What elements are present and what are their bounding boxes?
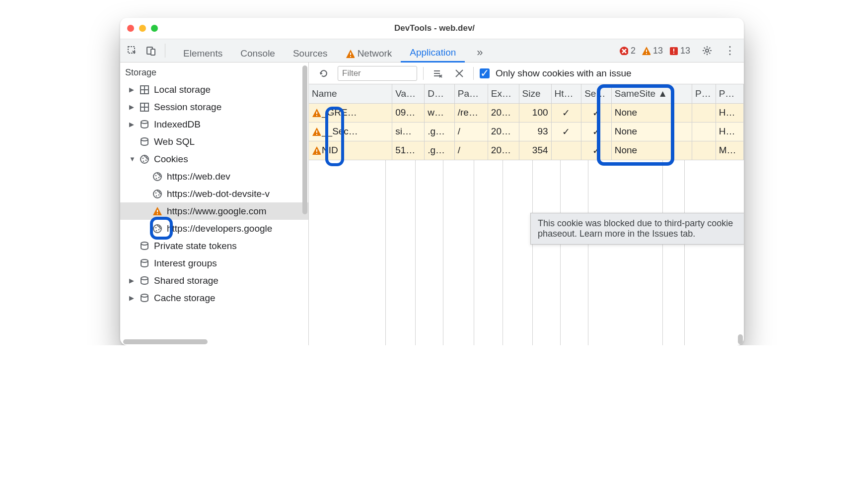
- refresh-button[interactable]: [316, 65, 332, 81]
- issues-icon: [669, 46, 678, 55]
- devtools-window: DevTools - web.dev/ ElementsConsoleSourc…: [120, 18, 744, 345]
- sidebar-scrollbar-v[interactable]: [302, 65, 307, 214]
- cell: ✓: [581, 141, 612, 160]
- cookie-blocked-tooltip: This cookie was blocked due to third-par…: [530, 213, 744, 245]
- cell: [692, 141, 716, 160]
- cell: w…: [425, 103, 455, 122]
- cell: H…: [716, 122, 743, 141]
- panel-tabbar: ElementsConsoleSourcesNetworkApplication…: [120, 39, 744, 63]
- sidebar-item[interactable]: ▶Cache storage: [120, 289, 308, 307]
- column-header[interactable]: Pa…: [454, 84, 488, 103]
- delete-selected-button[interactable]: [451, 65, 467, 81]
- cookie-icon: [152, 171, 163, 182]
- cell: 93: [519, 122, 551, 141]
- grid-icon: [139, 84, 150, 95]
- cookie-icon: [139, 154, 150, 165]
- cell: si…: [392, 122, 425, 141]
- db-icon: [139, 119, 150, 130]
- sidebar-item[interactable]: ▼Cookies: [120, 150, 308, 168]
- column-header[interactable]: Ht…: [551, 84, 581, 103]
- cell: None: [611, 103, 692, 122]
- sidebar-item-label: Session storage: [154, 102, 221, 113]
- clear-all-button[interactable]: [430, 65, 445, 81]
- column-header[interactable]: Size: [519, 84, 551, 103]
- sidebar-item[interactable]: ▶https://web.dev: [120, 168, 308, 185]
- sidebar-item-label: Cookies: [154, 154, 188, 165]
- cell: _GRE…: [309, 103, 392, 122]
- db-icon: [139, 293, 150, 304]
- tab-sources[interactable]: Sources: [284, 39, 337, 63]
- tab-network[interactable]: Network: [337, 39, 401, 63]
- only-issues-checkbox[interactable]: ✓: [480, 68, 490, 78]
- divider: [423, 67, 424, 80]
- sidebar-item-label: https://developers.google: [167, 223, 272, 234]
- warning-icon: [346, 49, 355, 58]
- tab-elements[interactable]: Elements: [174, 39, 231, 63]
- column-header[interactable]: Name: [309, 84, 392, 103]
- inspect-element-icon[interactable]: [124, 43, 140, 59]
- main-split: Storage ▶Local storage▶Session storage▶I…: [120, 63, 744, 345]
- warning-count[interactable]: 13: [640, 46, 665, 56]
- warning-icon: [312, 108, 321, 117]
- sidebar-item[interactable]: ▶Interest groups: [120, 254, 308, 272]
- sidebar-scrollbar-h[interactable]: [123, 339, 208, 344]
- cell: 20…: [488, 141, 519, 160]
- cell: [692, 103, 716, 122]
- filter-input[interactable]: Filter: [338, 66, 417, 81]
- cell: .g…: [425, 122, 455, 141]
- cell: /: [454, 122, 488, 141]
- more-menu-button[interactable]: ⋮: [722, 43, 738, 59]
- settings-button[interactable]: [699, 43, 715, 59]
- cell: /: [454, 141, 488, 160]
- cell: 100: [519, 103, 551, 122]
- error-count[interactable]: 2: [617, 46, 638, 56]
- more-tabs-button[interactable]: »: [468, 39, 492, 63]
- sidebar-item-label: https://web.dev: [167, 171, 230, 182]
- column-header[interactable]: P…: [692, 84, 716, 103]
- db-icon: [139, 258, 150, 269]
- db-icon: [139, 136, 150, 147]
- sidebar-item-label: Local storage: [154, 84, 211, 95]
- cell: 354: [519, 141, 551, 160]
- sidebar-item[interactable]: ▶Web SQL: [120, 133, 308, 150]
- sidebar-item-label: Web SQL: [154, 136, 195, 147]
- column-header[interactable]: Ex…: [488, 84, 519, 103]
- close-icon: [454, 68, 464, 78]
- warning-icon: [312, 146, 321, 155]
- window-title: DevTools - web.dev/: [132, 23, 737, 33]
- table-row[interactable]: __Sec…si….g…/20…93✓✓NoneH…: [309, 122, 744, 141]
- column-header[interactable]: D…: [425, 84, 455, 103]
- sidebar-item[interactable]: ▶Local storage: [120, 81, 308, 98]
- status-counters: 2 13 13: [617, 46, 692, 56]
- table-row[interactable]: NID51….g…/20…354✓NoneM…: [309, 141, 744, 160]
- sidebar-item[interactable]: ▶Session storage: [120, 98, 308, 116]
- sidebar-item[interactable]: ▶IndexedDB: [120, 116, 308, 133]
- sidebar-item[interactable]: ▶https://developers.google: [120, 220, 308, 237]
- cookies-table: NameVa…D…Pa…Ex…SizeHt…Se…SameSite ▲P…P… …: [309, 84, 744, 160]
- sidebar-item[interactable]: ▶https://www.google.com: [120, 202, 308, 220]
- sidebar-item[interactable]: ▶Shared storage: [120, 272, 308, 289]
- column-header[interactable]: P…: [716, 84, 743, 103]
- column-header[interactable]: SameSite ▲: [611, 84, 692, 103]
- cell: None: [611, 122, 692, 141]
- tab-application[interactable]: Application: [401, 39, 465, 63]
- column-header[interactable]: Va…: [392, 84, 425, 103]
- cell: 20…: [488, 122, 519, 141]
- cell: H…: [716, 103, 743, 122]
- cell: .g…: [425, 141, 455, 160]
- db-icon: [139, 241, 150, 252]
- sidebar-item-label: https://web-dot-devsite-v: [167, 189, 270, 199]
- cell: ✓: [581, 122, 612, 141]
- sidebar-item[interactable]: ▶https://web-dot-devsite-v: [120, 185, 308, 202]
- device-toolbar-icon[interactable]: [143, 43, 159, 59]
- column-header[interactable]: Se…: [581, 84, 612, 103]
- grid-icon: [139, 102, 150, 113]
- panel-scrollbar[interactable]: [738, 334, 743, 344]
- tab-console[interactable]: Console: [231, 39, 284, 63]
- table-row[interactable]: _GRE…09…w…/re…20…100✓✓NoneH…: [309, 103, 744, 122]
- cookies-table-wrap: NameVa…D…Pa…Ex…SizeHt…Se…SameSite ▲P…P… …: [309, 84, 744, 345]
- sidebar-item-label: Cache storage: [154, 293, 216, 304]
- sidebar-section-title: Storage: [120, 63, 308, 81]
- sidebar-item[interactable]: ▶Private state tokens: [120, 237, 308, 254]
- issues-count[interactable]: 13: [667, 46, 692, 56]
